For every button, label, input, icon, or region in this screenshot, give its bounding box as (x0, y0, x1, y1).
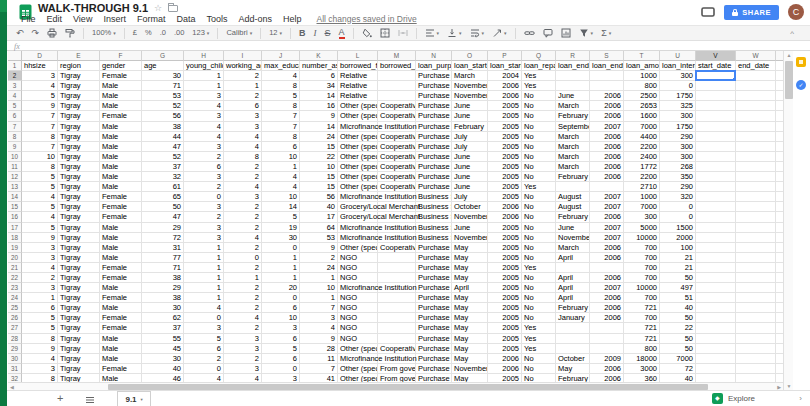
cell-K28[interactable]: 9 (300, 334, 338, 344)
cell-G6[interactable]: 56 (142, 111, 184, 121)
cell-H5[interactable]: 4 (184, 101, 224, 111)
cell-P20[interactable]: 2005 (488, 253, 522, 263)
cell-V11[interactable] (696, 162, 736, 172)
cell-L10[interactable]: Other (speci (338, 152, 378, 162)
cell-E24[interactable]: Tigray (58, 293, 100, 303)
cell-E21[interactable]: Tigray (58, 263, 100, 273)
row-header-24[interactable]: 24 (8, 293, 22, 303)
cell-O12[interactable]: June (452, 172, 488, 182)
cell-X4[interactable] (776, 91, 783, 101)
cell-Q32[interactable]: No (522, 374, 556, 382)
cell-Q29[interactable]: Yes (522, 344, 556, 354)
cell-I17[interactable]: 2 (224, 223, 262, 233)
cell-J23[interactable]: 20 (262, 283, 300, 293)
column-header-J[interactable]: J (262, 51, 300, 61)
cell-M26[interactable] (378, 313, 416, 323)
menu-data[interactable]: Data (176, 14, 195, 24)
cell-U11[interactable]: 268 (660, 162, 696, 172)
cell-W30[interactable] (736, 354, 776, 364)
vertical-align-icon[interactable]: ▾ (447, 28, 462, 38)
cell-V26[interactable] (696, 313, 736, 323)
cell-N21[interactable]: Purchase Ag (416, 263, 452, 273)
cell-M31[interactable]: From goverr (378, 364, 416, 374)
cell-G1[interactable]: age (142, 61, 184, 71)
cell-E25[interactable]: Tigray (58, 303, 100, 313)
cell-G7[interactable]: 38 (142, 122, 184, 132)
cell-I26[interactable]: 4 (224, 313, 262, 323)
cell-W21[interactable] (736, 263, 776, 273)
cell-H7[interactable]: 4 (184, 122, 224, 132)
column-header-G[interactable]: G (142, 51, 184, 61)
cell-E6[interactable]: Tigray (58, 111, 100, 121)
cell-K13[interactable]: 15 (300, 182, 338, 192)
text-color-icon[interactable]: A (339, 27, 345, 39)
cell-X30[interactable] (776, 354, 783, 364)
cell-D28[interactable]: 8 (22, 334, 58, 344)
cell-H8[interactable]: 4 (184, 132, 224, 142)
cell-Q12[interactable]: No (522, 172, 556, 182)
cell-H16[interactable]: 2 (184, 212, 224, 222)
cell-M22[interactable] (378, 273, 416, 283)
cell-F9[interactable]: Male (100, 142, 142, 152)
cell-X31[interactable] (776, 364, 783, 374)
cell-F14[interactable]: Female (100, 192, 142, 202)
cell-V9[interactable] (696, 142, 736, 152)
cell-M27[interactable] (378, 323, 416, 333)
cell-W29[interactable] (736, 344, 776, 354)
cell-N14[interactable]: Business Sta (416, 192, 452, 202)
cell-R11[interactable]: March (556, 162, 590, 172)
cell-H27[interactable]: 3 (184, 323, 224, 333)
cell-D16[interactable]: 4 (22, 212, 58, 222)
cell-V24[interactable] (696, 293, 736, 303)
cell-U1[interactable]: loan_interes (660, 61, 696, 71)
cell-R16[interactable]: February (556, 212, 590, 222)
cell-O19[interactable]: May (452, 243, 488, 253)
cell-I12[interactable]: 2 (224, 172, 262, 182)
cell-V31[interactable] (696, 364, 736, 374)
cell-G18[interactable]: 72 (142, 233, 184, 243)
cell-T16[interactable]: 300 (624, 212, 660, 222)
cell-S8[interactable]: 2006 (590, 132, 624, 142)
cell-J29[interactable]: 5 (262, 344, 300, 354)
cell-M3[interactable] (378, 81, 416, 91)
cell-E13[interactable]: Tigray (58, 182, 100, 192)
cell-I28[interactable]: 3 (224, 334, 262, 344)
cell-O16[interactable]: November (452, 212, 488, 222)
row-header-14[interactable]: 14 (8, 192, 22, 202)
cell-Q13[interactable]: Yes (522, 182, 556, 192)
cell-Q4[interactable]: No (522, 91, 556, 101)
cell-E30[interactable]: Tigray (58, 354, 100, 364)
merge-cells-icon[interactable] (398, 28, 408, 38)
cell-K19[interactable]: 9 (300, 243, 338, 253)
cell-L19[interactable]: Other (speci (338, 243, 378, 253)
cell-X8[interactable] (776, 132, 783, 142)
cell-F7[interactable]: Male (100, 122, 142, 132)
cell-I6[interactable]: 3 (224, 111, 262, 121)
cell-T31[interactable]: 3000 (624, 364, 660, 374)
spreadsheet-grid[interactable]: DEFGHIJKLMNOPQRSTUVWX1hhsizeregiongender… (8, 51, 783, 382)
cell-G19[interactable]: 31 (142, 243, 184, 253)
cell-H1[interactable]: young_child (184, 61, 224, 71)
cell-X3[interactable] (776, 81, 783, 91)
row-header-26[interactable]: 26 (8, 313, 22, 323)
cell-W8[interactable] (736, 132, 776, 142)
cell-G24[interactable]: 38 (142, 293, 184, 303)
cell-X26[interactable] (776, 313, 783, 323)
cell-F29[interactable]: Male (100, 344, 142, 354)
cell-X23[interactable] (776, 283, 783, 293)
column-header-Q[interactable]: Q (522, 51, 556, 61)
cell-O23[interactable]: April (452, 283, 488, 293)
cell-H20[interactable]: 1 (184, 253, 224, 263)
cell-N17[interactable]: Business Sta (416, 223, 452, 233)
cell-S12[interactable]: 2006 (590, 172, 624, 182)
cell-H6[interactable]: 3 (184, 111, 224, 121)
cell-I1[interactable]: working_ag (224, 61, 262, 71)
increase-decimal-icon[interactable]: .00 (174, 28, 184, 38)
cell-L5[interactable]: Other (speci (338, 101, 378, 111)
cell-S29[interactable] (590, 344, 624, 354)
cell-S20[interactable]: 2006 (590, 253, 624, 263)
cell-J11[interactable]: 1 (262, 162, 300, 172)
cell-I11[interactable]: 2 (224, 162, 262, 172)
horizontal-scrollbar[interactable]: ◀ ▶ (8, 382, 783, 390)
cell-G10[interactable]: 52 (142, 152, 184, 162)
